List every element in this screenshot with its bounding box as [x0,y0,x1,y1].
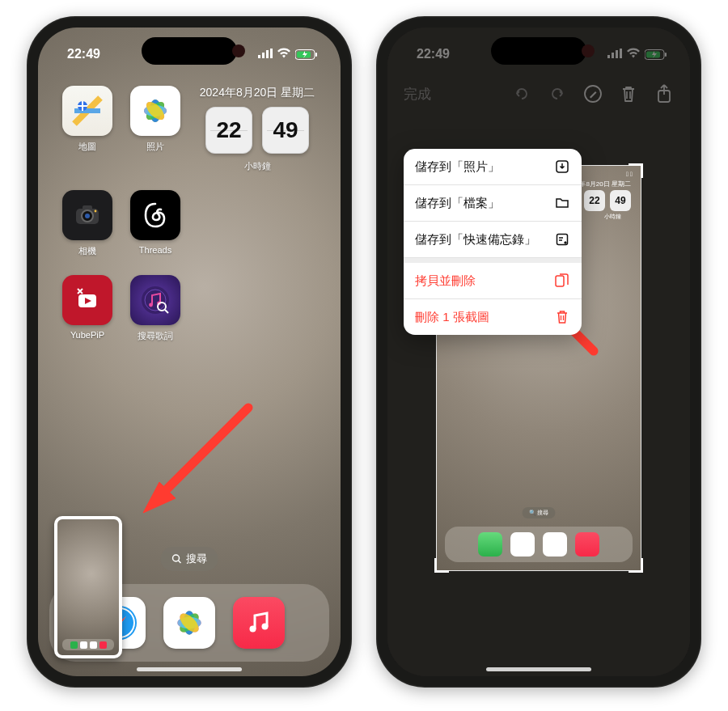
svg-rect-3 [270,49,273,58]
annotation-arrow [127,391,265,529]
app-label: Threads [139,245,171,255]
menu-save-to-files[interactable]: 儲存到「檔案」 [404,185,582,222]
app-label: 照片 [146,141,164,153]
share-context-menu: 儲存到「照片」 儲存到「檔案」 儲存到「快速備忘錄」 拷貝並刪除 刪除 1 張截… [404,149,582,335]
copy-delete-icon [554,273,570,289]
crop-handle-tr[interactable] [629,163,643,178]
dock-photos[interactable] [163,597,215,649]
app-label: 相機 [78,245,96,257]
search-icon [172,554,182,564]
camera-icon [62,190,112,240]
dynamic-island [142,37,237,65]
maps-icon [62,86,112,136]
app-label: 搜尋歌詞 [138,330,173,342]
svg-rect-1 [262,53,265,58]
menu-label: 儲存到「檔案」 [415,196,500,211]
wifi-icon [277,47,291,61]
menu-label: 儲存到「快速備忘錄」 [415,232,536,248]
status-time: 22:49 [67,47,100,61]
clock-hour: 22 [205,107,252,154]
home-screen: 22:49 地圖 [38,28,341,676]
phone-left: 22:49 地圖 [27,16,352,688]
svg-point-39 [250,626,256,633]
app-yubepip[interactable]: YubePiP [57,275,117,342]
app-maps[interactable]: 地圖 [57,86,117,172]
menu-save-to-photos[interactable]: 儲存到「照片」 [404,149,582,185]
clock-minute: 49 [262,107,309,154]
menu-delete-screenshot[interactable]: 刪除 1 張截圖 [404,299,582,335]
folder-icon [554,195,570,211]
svg-point-20 [95,210,97,213]
svg-line-41 [163,408,248,493]
photos-icon [130,86,180,136]
crop-handle-br[interactable] [629,558,643,573]
yubepip-icon [62,275,112,325]
quick-note-icon [554,231,570,248]
phone-right: 22:49 完成 [376,16,701,688]
dynamic-island [491,37,586,65]
dock-music[interactable] [233,597,285,649]
screenshot-thumbnail[interactable] [54,516,122,658]
app-label: 地圖 [78,141,96,153]
battery-charging-icon [295,49,318,60]
svg-point-27 [173,555,180,561]
crop-handle-bl[interactable] [434,558,449,573]
search-pill[interactable]: 搜尋 [161,547,218,571]
clock-date: 2024年8月20日 星期二 [200,86,315,100]
markup-screen: 22:49 完成 [387,28,690,676]
menu-label: 儲存到「照片」 [415,159,500,175]
svg-rect-2 [266,50,269,58]
clock-widget[interactable]: 2024年8月20日 星期二 22 49 小時鐘 [193,86,321,172]
app-photos[interactable]: 照片 [125,86,185,172]
home-indicator[interactable] [137,667,242,671]
svg-rect-6 [315,53,317,57]
lyrics-icon [130,275,180,325]
clock-label: 小時鐘 [244,160,271,172]
signal-icon [258,47,273,61]
menu-copy-and-delete[interactable]: 拷貝並刪除 [404,263,582,299]
app-camera[interactable]: 相機 [57,190,117,257]
svg-point-24 [149,303,153,307]
save-to-photos-icon [554,159,570,175]
app-lyrics[interactable]: 搜尋歌詞 [125,275,185,342]
menu-label: 刪除 1 張截圖 [415,310,489,325]
svg-rect-0 [258,55,260,58]
svg-rect-54 [556,276,564,286]
app-grid: 地圖 照片 2024年8月20日 星期二 22 49 小時鐘 [38,68,341,342]
menu-save-to-quick-note[interactable]: 儲存到「快速備忘錄」 [404,222,582,258]
svg-point-19 [85,214,90,218]
trash-icon [554,309,570,325]
menu-label: 拷貝並刪除 [415,273,476,289]
search-label: 搜尋 [186,552,207,566]
threads-icon [130,190,180,240]
home-indicator[interactable] [486,667,591,671]
svg-point-40 [262,624,269,630]
app-label: YubePiP [70,330,104,340]
app-threads[interactable]: Threads [125,190,185,257]
